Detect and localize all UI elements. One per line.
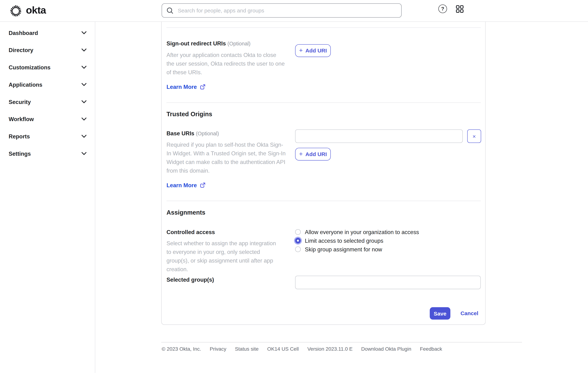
sidebar-nav: Dashboard Directory Customizations Appli…: [0, 21, 95, 373]
sidebar-item-workflow[interactable]: Workflow: [0, 110, 95, 128]
apps-grid-icon[interactable]: [456, 5, 464, 13]
sidebar-item-label: Reports: [9, 133, 30, 139]
plus-icon: +: [299, 151, 303, 157]
chevron-down-icon: [81, 134, 87, 138]
divider: [167, 102, 481, 103]
sidebar-item-security[interactable]: Security: [0, 93, 95, 110]
chevron-down-icon: [81, 100, 87, 103]
add-uri-label: Add URI: [305, 48, 327, 53]
controlled-access-description: Select whether to assign the app integra…: [167, 239, 282, 274]
footer-copyright: © 2023 Okta, Inc.: [162, 346, 201, 352]
footer: © 2023 Okta, Inc. Privacy Status site OK…: [162, 346, 442, 352]
help-icon[interactable]: ?: [438, 4, 447, 13]
chevron-down-icon: [81, 31, 87, 34]
global-search[interactable]: [162, 3, 401, 18]
selected-groups-input[interactable]: [295, 276, 481, 289]
footer-cell-info: OK14 US Cell: [267, 346, 299, 352]
external-link-icon: [200, 182, 205, 188]
sidebar-item-label: Customizations: [9, 64, 51, 70]
add-uri-label: Add URI: [305, 151, 327, 157]
signout-learn-more-link[interactable]: Learn More: [167, 84, 205, 90]
sidebar-item-applications[interactable]: Applications: [0, 76, 95, 93]
divider: [167, 201, 481, 201]
close-icon: ×: [472, 133, 476, 139]
sidebar-item-reports[interactable]: Reports: [0, 128, 95, 145]
radio-button[interactable]: [295, 229, 301, 235]
selected-groups-label: Selected group(s): [167, 277, 214, 283]
sidebar-item-label: Directory: [9, 47, 33, 53]
sidebar-item-dashboard[interactable]: Dashboard: [0, 24, 95, 41]
signout-description: After your application contacts Okta to …: [167, 51, 285, 77]
add-signout-uri-button[interactable]: + Add URI: [295, 44, 331, 57]
okta-logo[interactable]: okta: [8, 3, 46, 18]
footer-link-download-plugin[interactable]: Download Okta Plugin: [361, 346, 411, 352]
external-link-icon: [200, 84, 205, 90]
sidebar-item-label: Applications: [9, 81, 42, 88]
signout-redirect-uris-label: Sign-out redirect URIs (Optional): [167, 40, 250, 46]
sidebar-item-label: Settings: [9, 150, 31, 157]
learn-more-label: Learn More: [167, 84, 197, 90]
okta-sunburst-icon: [8, 3, 23, 18]
chevron-down-icon: [81, 83, 87, 86]
save-button[interactable]: Save: [430, 307, 450, 320]
add-base-uri-button[interactable]: + Add URI: [295, 148, 331, 160]
footer-link-privacy[interactable]: Privacy: [210, 346, 226, 352]
optional-tag: (Optional): [196, 130, 219, 136]
search-icon: [167, 7, 174, 14]
radio-label: Allow everyone in your organization to a…: [305, 229, 419, 235]
sidebar-item-label: Workflow: [9, 116, 34, 122]
sidebar-item-settings[interactable]: Settings: [0, 145, 95, 162]
sidebar-item-directory[interactable]: Directory: [0, 41, 95, 59]
app-settings-card: Sign-out redirect URIs (Optional) + Add …: [161, 21, 486, 325]
divider: [167, 27, 481, 28]
learn-more-label: Learn More: [167, 182, 197, 188]
okta-admin-page: okta ? Dashboard: [0, 0, 588, 373]
radio-label: Limit access to selected groups: [305, 237, 383, 244]
sidebar-item-customizations[interactable]: Customizations: [0, 59, 95, 76]
okta-wordmark: okta: [26, 5, 46, 15]
base-uri-input[interactable]: [295, 129, 463, 143]
trusted-origins-heading: Trusted Origins: [167, 111, 212, 118]
radio-option-allow-everyone[interactable]: Allow everyone in your organization to a…: [295, 229, 419, 235]
sidebar-item-label: Security: [9, 98, 31, 105]
plus-icon: +: [299, 47, 303, 53]
footer-link-feedback[interactable]: Feedback: [420, 346, 442, 352]
field-label-text: Base URIs: [167, 130, 194, 136]
field-label-text: Sign-out redirect URIs: [167, 40, 226, 46]
chevron-down-icon: [81, 48, 87, 52]
optional-tag: (Optional): [228, 41, 251, 46]
radio-button[interactable]: [295, 238, 301, 244]
chevron-down-icon: [81, 117, 87, 121]
sidebar-item-label: Dashboard: [9, 29, 38, 36]
search-input[interactable]: [177, 7, 401, 14]
radio-option-limit-access[interactable]: Limit access to selected groups: [295, 238, 419, 244]
footer-divider: [161, 342, 522, 342]
footer-link-status-site[interactable]: Status site: [235, 346, 259, 352]
assignments-heading: Assignments: [167, 209, 205, 216]
trusted-origins-learn-more-link[interactable]: Learn More: [167, 182, 205, 188]
radio-label: Skip group assignment for now: [305, 246, 382, 252]
cancel-button[interactable]: Cancel: [461, 310, 478, 316]
base-uris-description: Required if you plan to self-host the Ok…: [167, 140, 286, 175]
base-uris-label: Base URIs (Optional): [167, 130, 219, 136]
chevron-down-icon: [81, 65, 87, 69]
chevron-down-icon: [81, 152, 87, 155]
controlled-access-label: Controlled access: [167, 229, 215, 235]
footer-version: Version 2023.11.0 E: [307, 346, 353, 352]
radio-button[interactable]: [295, 246, 301, 252]
remove-base-uri-button[interactable]: ×: [467, 129, 481, 143]
top-header: okta ?: [0, 0, 588, 22]
controlled-access-radio-group: Allow everyone in your organization to a…: [295, 229, 419, 252]
radio-option-skip-assignment[interactable]: Skip group assignment for now: [295, 246, 419, 252]
